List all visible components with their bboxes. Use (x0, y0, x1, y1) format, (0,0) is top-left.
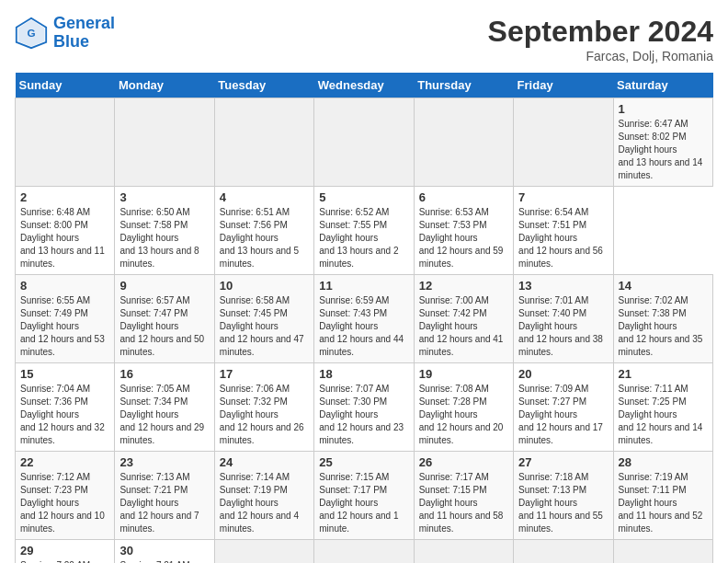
calendar-week-row: 2 Sunrise: 6:48 AMSunset: 8:00 PMDayligh… (16, 187, 713, 275)
day-number: 10 (220, 279, 309, 293)
day-number: 26 (419, 455, 508, 469)
day-number: 24 (220, 455, 309, 469)
day-cell: 28 Sunrise: 7:19 AMSunset: 7:11 PMDaylig… (613, 452, 712, 540)
day-number: 30 (119, 544, 209, 557)
day-cell: 12 Sunrise: 7:00 AMSunset: 7:42 PMDaylig… (414, 275, 513, 363)
day-cell: 14 Sunrise: 7:02 AMSunset: 7:38 PMDaylig… (613, 275, 712, 363)
day-info: Sunrise: 7:08 AMSunset: 7:28 PMDaylight … (419, 383, 508, 447)
day-cell (613, 540, 712, 564)
col-header-monday: Monday (115, 73, 214, 98)
day-info: Sunrise: 7:13 AMSunset: 7:21 PMDaylight … (119, 471, 209, 535)
day-info: Sunrise: 7:21 AMSunset: 7:08 PMDaylight … (119, 559, 209, 563)
day-cell: 3 Sunrise: 6:50 AMSunset: 7:58 PMDayligh… (115, 187, 214, 275)
day-info: Sunrise: 6:54 AMSunset: 7:51 PMDaylight … (518, 206, 608, 270)
day-number: 19 (419, 367, 508, 381)
day-cell: 10 Sunrise: 6:58 AMSunset: 7:45 PMDaylig… (214, 275, 313, 363)
location-subtitle: Farcas, Dolj, Romania (488, 49, 713, 63)
page-header: G General Blue September 2024 Farcas, Do… (15, 15, 713, 63)
day-info: Sunrise: 6:50 AMSunset: 7:58 PMDaylight … (119, 206, 209, 270)
day-info: Sunrise: 6:51 AMSunset: 7:56 PMDaylight … (220, 206, 309, 270)
day-number: 17 (220, 367, 309, 381)
col-header-sunday: Sunday (16, 73, 115, 98)
day-cell: 7 Sunrise: 6:54 AMSunset: 7:51 PMDayligh… (514, 187, 613, 275)
day-number: 8 (20, 279, 109, 293)
col-header-saturday: Saturday (613, 73, 712, 98)
col-header-friday: Friday (514, 73, 613, 98)
calendar-week-row: 22 Sunrise: 7:12 AMSunset: 7:23 PMDaylig… (16, 452, 713, 540)
day-cell (314, 540, 414, 564)
day-cell (514, 540, 613, 564)
day-cell: 17 Sunrise: 7:06 AMSunset: 7:32 PMDaylig… (214, 363, 313, 452)
day-cell: 26 Sunrise: 7:17 AMSunset: 7:15 PMDaylig… (414, 452, 513, 540)
logo-icon: G (15, 17, 48, 50)
day-cell: 21 Sunrise: 7:11 AMSunset: 7:25 PMDaylig… (613, 363, 712, 452)
day-number: 15 (20, 367, 109, 381)
day-info: Sunrise: 7:11 AMSunset: 7:25 PMDaylight … (619, 383, 708, 447)
day-cell: 4 Sunrise: 6:51 AMSunset: 7:56 PMDayligh… (214, 187, 313, 275)
empty-cell (16, 98, 115, 187)
day-number: 25 (319, 455, 408, 469)
day-cell: 19 Sunrise: 7:08 AMSunset: 7:28 PMDaylig… (414, 363, 513, 452)
day-number: 27 (518, 455, 608, 469)
day-info: Sunrise: 7:14 AMSunset: 7:19 PMDaylight … (220, 471, 309, 535)
day-number: 6 (419, 190, 508, 204)
day-info: Sunrise: 6:53 AMSunset: 7:53 PMDaylight … (419, 206, 508, 270)
day-cell: 25 Sunrise: 7:15 AMSunset: 7:17 PMDaylig… (314, 452, 414, 540)
day-cell: 23 Sunrise: 7:13 AMSunset: 7:21 PMDaylig… (115, 452, 214, 540)
day-number: 28 (619, 455, 708, 469)
day-info: Sunrise: 7:18 AMSunset: 7:13 PMDaylight … (518, 471, 608, 535)
day-number: 22 (20, 455, 109, 469)
day-number: 29 (20, 544, 109, 557)
day-number: 14 (619, 279, 708, 293)
logo-line1: General (53, 14, 115, 32)
day-cell: 8 Sunrise: 6:55 AMSunset: 7:49 PMDayligh… (16, 275, 115, 363)
day-info: Sunrise: 7:02 AMSunset: 7:38 PMDaylight … (619, 294, 708, 359)
day-cell: 20 Sunrise: 7:09 AMSunset: 7:27 PMDaylig… (514, 363, 613, 452)
day-info: Sunrise: 7:15 AMSunset: 7:17 PMDaylight … (319, 471, 408, 535)
month-title: September 2024 (488, 15, 713, 49)
day-number: 3 (119, 190, 209, 204)
day-cell: 27 Sunrise: 7:18 AMSunset: 7:13 PMDaylig… (514, 452, 613, 540)
day-info: Sunrise: 7:04 AMSunset: 7:36 PMDaylight … (20, 383, 109, 447)
empty-cell (314, 98, 414, 187)
day-info: Sunrise: 6:59 AMSunset: 7:43 PMDaylight … (319, 294, 408, 359)
day-number: 21 (619, 367, 708, 381)
day-info: Sunrise: 6:57 AMSunset: 7:47 PMDaylight … (119, 294, 209, 359)
day-info: Sunrise: 7:19 AMSunset: 7:11 PMDaylight … (619, 471, 708, 535)
empty-cell (514, 98, 613, 187)
day-cell: 22 Sunrise: 7:12 AMSunset: 7:23 PMDaylig… (16, 452, 115, 540)
day-info: Sunrise: 6:47 AMSunset: 8:02 PMDaylight … (619, 118, 708, 182)
day-info: Sunrise: 6:52 AMSunset: 7:55 PMDaylight … (319, 206, 408, 270)
day-cell: 11 Sunrise: 6:59 AMSunset: 7:43 PMDaylig… (314, 275, 414, 363)
day-cell (214, 540, 313, 564)
day-number: 12 (419, 279, 508, 293)
day-cell: 5 Sunrise: 6:52 AMSunset: 7:55 PMDayligh… (314, 187, 414, 275)
day-number: 7 (518, 190, 608, 204)
calendar-table: SundayMondayTuesdayWednesdayThursdayFrid… (15, 73, 713, 563)
day-number: 16 (119, 367, 209, 381)
day-number: 11 (319, 279, 408, 293)
day-number: 13 (518, 279, 608, 293)
day-info: Sunrise: 7:20 AMSunset: 7:10 PMDaylight … (20, 559, 109, 563)
logo-line2: Blue (53, 32, 89, 51)
day-number: 1 (619, 102, 708, 116)
day-cell: 6 Sunrise: 6:53 AMSunset: 7:53 PMDayligh… (414, 187, 513, 275)
day-number: 2 (20, 190, 109, 204)
day-info: Sunrise: 7:12 AMSunset: 7:23 PMDaylight … (20, 471, 109, 535)
day-cell: 30 Sunrise: 7:21 AMSunset: 7:08 PMDaylig… (115, 540, 214, 564)
day-info: Sunrise: 7:00 AMSunset: 7:42 PMDaylight … (419, 294, 508, 359)
day-cell: 13 Sunrise: 7:01 AMSunset: 7:40 PMDaylig… (514, 275, 613, 363)
logo-text: General Blue (53, 15, 115, 52)
empty-cell (414, 98, 513, 187)
day-cell (414, 540, 513, 564)
logo: G General Blue (15, 15, 115, 52)
day-info: Sunrise: 7:01 AMSunset: 7:40 PMDaylight … (518, 294, 608, 359)
col-header-thursday: Thursday (414, 73, 513, 98)
col-header-wednesday: Wednesday (314, 73, 414, 98)
calendar-week-row: 15 Sunrise: 7:04 AMSunset: 7:36 PMDaylig… (16, 363, 713, 452)
day-number: 23 (119, 455, 209, 469)
day-number: 4 (220, 190, 309, 204)
day-info: Sunrise: 6:55 AMSunset: 7:49 PMDaylight … (20, 294, 109, 359)
empty-cell (115, 98, 214, 187)
empty-cell (214, 98, 313, 187)
